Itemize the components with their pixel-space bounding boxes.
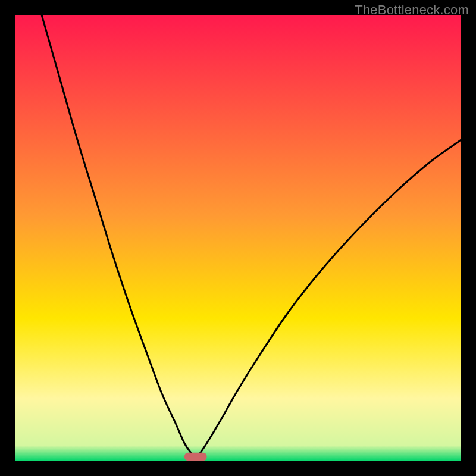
bottleneck-marker (184, 453, 207, 461)
watermark-text: TheBottleneck.com (355, 2, 469, 18)
chart-background (15, 15, 461, 461)
chart-frame (15, 15, 461, 461)
bottleneck-chart (15, 15, 461, 461)
